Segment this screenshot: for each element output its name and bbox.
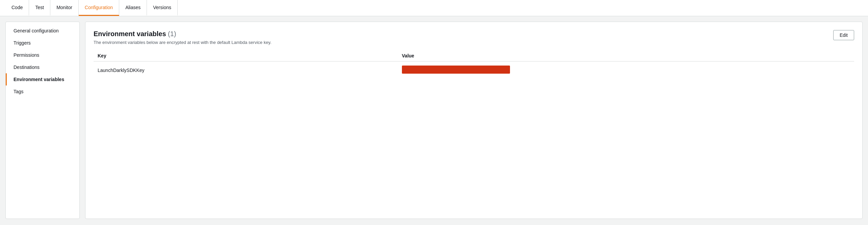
sidebar-item-permissions[interactable]: Permissions [6, 49, 79, 61]
sidebar-item-tags[interactable]: Tags [6, 85, 79, 98]
top-navigation: CodeTestMonitorConfigurationAliasesVersi… [0, 0, 868, 16]
sidebar-item-destinations[interactable]: Destinations [6, 61, 79, 73]
env-value-cell [398, 61, 854, 79]
table-header-value: Value [398, 50, 854, 61]
content-panel: Environment variables (1) The environmen… [85, 22, 863, 219]
main-layout: General configurationTriggersPermissions… [0, 16, 868, 224]
panel-subtitle: The environment variables below are encr… [94, 40, 272, 45]
tab-aliases[interactable]: Aliases [119, 0, 147, 16]
sidebar-item-triggers[interactable]: Triggers [6, 37, 79, 49]
tab-configuration[interactable]: Configuration [79, 0, 119, 16]
panel-title: Environment variables (1) [94, 30, 272, 38]
tab-versions[interactable]: Versions [147, 0, 178, 16]
edit-button[interactable]: Edit [833, 30, 854, 40]
sidebar: General configurationTriggersPermissions… [5, 22, 80, 219]
panel-title-text: Environment variables [94, 30, 166, 38]
panel-count: (1) [168, 30, 176, 38]
redacted-value [402, 66, 510, 74]
env-table: Key Value LaunchDarklySDKKey [94, 50, 854, 79]
tab-test[interactable]: Test [29, 0, 50, 16]
table-row: LaunchDarklySDKKey [94, 61, 854, 79]
sidebar-item-environment-variables[interactable]: Environment variables [6, 73, 79, 85]
table-header-key: Key [94, 50, 398, 61]
panel-header-text: Environment variables (1) The environmen… [94, 30, 272, 45]
sidebar-item-general-configuration[interactable]: General configuration [6, 25, 79, 37]
tab-code[interactable]: Code [5, 0, 29, 16]
env-key-cell: LaunchDarklySDKKey [94, 61, 398, 79]
panel-header: Environment variables (1) The environmen… [94, 30, 854, 45]
tab-monitor[interactable]: Monitor [50, 0, 79, 16]
